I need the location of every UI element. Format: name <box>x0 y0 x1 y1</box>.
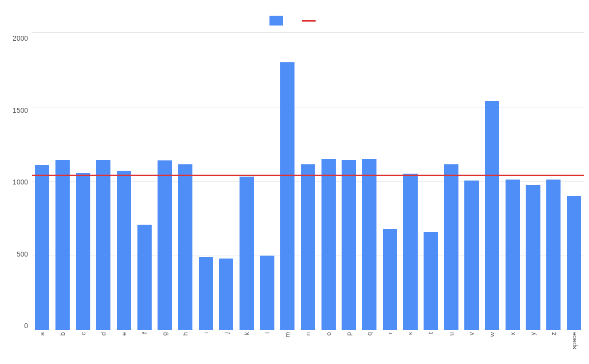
bar-group <box>175 32 196 330</box>
x-label-cell: r <box>379 332 400 359</box>
bar-group <box>523 32 543 330</box>
legend-line-item <box>302 20 320 22</box>
x-axis-label: t <box>427 332 434 334</box>
bar <box>199 257 213 330</box>
x-axis-label: v <box>468 332 475 336</box>
x-label-cell: z <box>543 332 564 359</box>
bar-group <box>53 32 73 330</box>
x-label-cell: x <box>502 332 523 359</box>
x-axis-label: j <box>222 332 230 334</box>
bar-group <box>93 32 114 330</box>
bar-group <box>339 32 359 330</box>
bar <box>117 171 131 330</box>
x-axis-label: z <box>550 332 557 336</box>
legend-bar-item <box>269 16 287 26</box>
x-label-cell: a <box>32 332 53 359</box>
bar <box>301 164 315 330</box>
x-axis-label: p <box>345 332 352 336</box>
x-axis-label: y <box>529 332 536 336</box>
bar <box>362 159 376 330</box>
bar <box>178 164 192 330</box>
bar <box>240 177 254 330</box>
x-label-cell: d <box>93 332 114 359</box>
bar <box>342 160 356 331</box>
bar <box>321 159 336 330</box>
x-label-cell: g <box>155 332 175 359</box>
bar <box>280 62 294 330</box>
legend <box>269 16 320 26</box>
x-axis-label: h <box>182 332 189 336</box>
x-label-cell: v <box>461 332 482 359</box>
grid-and-bars <box>32 32 584 330</box>
bar <box>383 229 397 330</box>
bar <box>96 160 110 331</box>
x-label-cell: u <box>441 332 461 359</box>
x-label-cell: y <box>523 332 543 359</box>
x-axis-label: e <box>120 332 128 336</box>
bar <box>526 185 540 330</box>
bar <box>506 180 520 330</box>
x-axis-label: d <box>100 332 107 336</box>
y-axis-label: 1500 <box>13 106 28 114</box>
x-axis-label: b <box>59 332 66 336</box>
bar-group <box>134 32 155 330</box>
x-label-cell: l <box>257 332 277 359</box>
x-label-cell: o <box>318 332 339 359</box>
chart-area: 2000150010005000 abcdefghijklmnopqrstuvw… <box>5 32 584 359</box>
bar-group <box>155 32 175 330</box>
bar-group <box>461 32 482 330</box>
bar-group <box>114 32 134 330</box>
bar-group <box>195 32 216 330</box>
bar <box>424 232 438 330</box>
x-axis-label: x <box>509 332 516 336</box>
x-axis: abcdefghijklmnopqrstuvwxyzspace <box>32 332 584 359</box>
legend-line-icon <box>302 20 316 22</box>
x-axis-label: m <box>284 332 291 338</box>
bar <box>76 173 90 330</box>
x-axis-label: r <box>386 332 394 334</box>
bar-group <box>73 32 93 330</box>
x-axis-label: f <box>141 332 148 334</box>
x-axis-label: q <box>366 332 373 336</box>
bar <box>444 164 458 330</box>
bar <box>55 160 70 331</box>
bar-group <box>441 32 461 330</box>
x-label-cell: space <box>563 332 584 359</box>
bar-group <box>482 32 503 330</box>
x-label-cell: j <box>216 332 237 359</box>
x-label-cell: m <box>277 332 298 359</box>
bar <box>567 196 581 330</box>
x-axis-label: a <box>38 332 46 336</box>
bar-group <box>257 32 277 330</box>
y-axis: 2000150010005000 <box>5 32 32 359</box>
bar <box>137 225 152 330</box>
x-axis-label: l <box>264 332 271 334</box>
x-label-cell: q <box>359 332 380 359</box>
bar <box>35 165 49 330</box>
x-label-cell: h <box>175 332 196 359</box>
bar <box>546 180 561 330</box>
x-axis-label: c <box>80 332 87 336</box>
bar <box>403 174 417 330</box>
bar-group <box>563 32 584 330</box>
bar <box>260 256 274 330</box>
x-label-cell: i <box>195 332 216 359</box>
bar-group <box>237 32 257 330</box>
x-label-cell: f <box>134 332 155 359</box>
bar-group <box>318 32 339 330</box>
x-axis-label: w <box>488 332 496 337</box>
x-axis-label: i <box>202 332 210 334</box>
x-axis-label: s <box>406 332 414 336</box>
bar <box>485 101 499 330</box>
bar <box>219 259 233 330</box>
bar-group <box>421 32 441 330</box>
x-axis-label: n <box>304 332 312 336</box>
bar <box>158 160 172 330</box>
x-axis-label: k <box>243 332 250 336</box>
x-axis-label: space <box>570 332 578 349</box>
bar-group <box>543 32 564 330</box>
x-label-cell: n <box>298 332 319 359</box>
y-axis-label: 500 <box>17 250 28 258</box>
bar-group <box>298 32 319 330</box>
x-label-cell: b <box>53 332 73 359</box>
